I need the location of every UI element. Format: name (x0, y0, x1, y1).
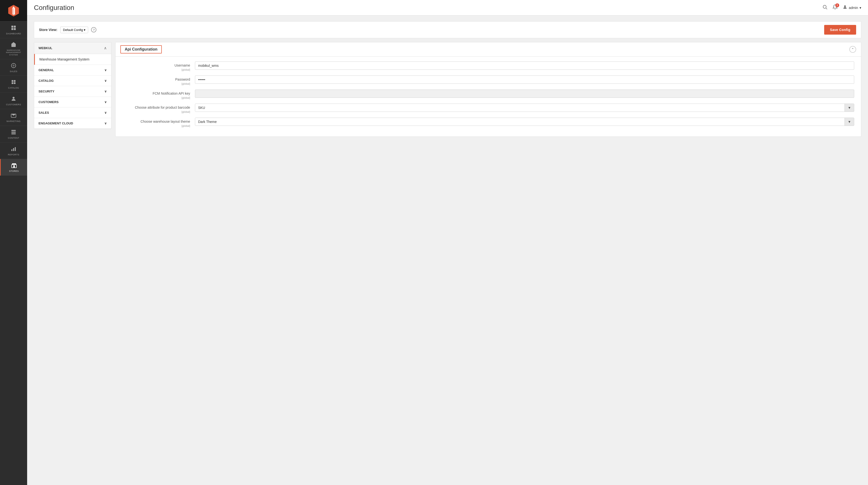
section-general[interactable]: GENERAL ∨ (34, 65, 111, 75)
sidebar-item-dashboard[interactable]: DASHBOARD (0, 22, 27, 38)
fcm-input-col (195, 90, 854, 98)
admin-icon (843, 5, 847, 11)
svg-rect-17 (11, 133, 16, 134)
theme-input-col: Dark Theme Light Theme ▼ (195, 118, 854, 126)
password-input[interactable] (195, 75, 854, 84)
fcm-sublabel: [global] (182, 96, 190, 99)
section-security-chevron: ∨ (104, 90, 107, 93)
section-sales[interactable]: SALES ∨ (34, 107, 111, 118)
store-view-label: Store View: (39, 28, 57, 32)
form-section: Username [global] Password [global] (116, 57, 861, 136)
svg-rect-12 (14, 82, 16, 84)
svg-point-13 (12, 97, 14, 99)
username-label-col: Username [global] (122, 62, 195, 72)
sidebar-item-marketing[interactable]: MARKETING (0, 109, 27, 126)
theme-label: Choose warehouse layout theme (122, 120, 190, 123)
sidebar-stores-label: STORES (9, 170, 19, 172)
barcode-select[interactable]: SKU Barcode EAN (195, 104, 844, 111)
sidebar-logo (0, 0, 27, 22)
theme-select[interactable]: Dark Theme Light Theme (195, 118, 844, 126)
api-config-header: Api Configuration ⌃ (116, 42, 861, 57)
sidebar-item-warehouse[interactable]: WAREHOUSE MANAGEMENT SYSTEM (0, 38, 27, 59)
username-sublabel: [global] (182, 68, 190, 71)
svg-rect-15 (11, 130, 16, 131)
sidebar-dashboard-label: DASHBOARD (6, 32, 21, 35)
webkul-title: WEBKUL (38, 46, 52, 50)
sidebar-item-content[interactable]: CONTENT (0, 126, 27, 142)
section-security[interactable]: SECURITY ∨ (34, 86, 111, 97)
store-view-bar: Store View: Default Config ▾ ? Save Conf… (34, 21, 861, 38)
svg-point-23 (823, 5, 826, 8)
username-input-col (195, 62, 854, 70)
theme-label-col: Choose warehouse layout theme [global] (122, 118, 195, 128)
svg-rect-19 (13, 148, 14, 151)
barcode-label-col: Choose attribute for product barcode [gl… (122, 104, 195, 114)
left-panel: WEBKUL ∧ Warehouse Management System GEN… (34, 42, 112, 129)
password-label: Password (122, 77, 190, 81)
sidebar-item-catalog[interactable]: CATALOG (0, 76, 27, 92)
section-engagement[interactable]: ENGAGEMENT CLOUD ∨ (34, 118, 111, 129)
fcm-label-col: FCM Notification API key [global] (122, 90, 195, 100)
sales-icon (10, 62, 17, 69)
webkul-header[interactable]: WEBKUL ∧ (34, 42, 111, 54)
svg-rect-7 (14, 28, 16, 30)
dashboard-icon (10, 25, 17, 31)
username-label: Username (122, 63, 190, 67)
store-view-value: Default Config (63, 28, 83, 32)
marketing-icon (10, 112, 17, 119)
save-config-button[interactable]: Save Config (824, 25, 856, 35)
sidebar-customers-label: CUSTOMERS (6, 103, 21, 106)
content-area: Store View: Default Config ▾ ? Save Conf… (27, 15, 868, 485)
svg-line-24 (826, 8, 827, 9)
barcode-row: Choose attribute for product barcode [gl… (122, 104, 854, 114)
section-general-label: GENERAL (38, 68, 54, 72)
search-button[interactable] (822, 4, 828, 11)
admin-menu-button[interactable]: admin ▾ (843, 5, 861, 11)
topbar: Configuration 1 admin ▾ (27, 0, 868, 15)
wms-item[interactable]: Warehouse Management System (34, 54, 111, 65)
sidebar-item-stores[interactable]: STORES (0, 159, 27, 176)
section-sales-chevron: ∨ (104, 111, 107, 115)
magento-logo-icon (7, 4, 20, 17)
help-icon[interactable]: ? (91, 27, 96, 32)
sidebar-item-customers[interactable]: CUSTOMERS (0, 92, 27, 109)
collapse-button[interactable]: ⌃ (849, 46, 856, 53)
svg-rect-16 (11, 132, 16, 133)
page-title: Configuration (34, 4, 74, 11)
section-customers-label: CUSTOMERS (38, 100, 59, 104)
svg-rect-6 (11, 28, 13, 30)
sidebar-sales-label: SALES (10, 70, 18, 73)
store-view-left: Store View: Default Config ▾ ? (39, 27, 96, 33)
section-customers[interactable]: CUSTOMERS ∨ (34, 97, 111, 107)
barcode-select-wrap: SKU Barcode EAN ▼ (195, 104, 854, 112)
config-layout: WEBKUL ∧ Warehouse Management System GEN… (34, 42, 861, 137)
section-engagement-chevron: ∨ (104, 122, 107, 125)
password-input-col (195, 75, 854, 84)
customers-icon (10, 95, 17, 102)
username-row: Username [global] (122, 62, 854, 72)
sidebar-item-reports[interactable]: REPORTS (0, 142, 27, 159)
section-engagement-label: ENGAGEMENT CLOUD (38, 122, 73, 125)
section-sales-label: SALES (38, 111, 49, 115)
store-view-select[interactable]: Default Config ▾ (60, 27, 88, 33)
sidebar-warehouse-label: WAREHOUSE MANAGEMENT SYSTEM (1, 49, 26, 56)
svg-rect-22 (13, 165, 15, 168)
svg-rect-10 (14, 80, 16, 82)
theme-select-arrow: ▼ (844, 118, 854, 126)
sidebar-item-sales[interactable]: SALES (0, 59, 27, 76)
theme-row: Choose warehouse layout theme [global] D… (122, 118, 854, 128)
admin-dropdown-arrow: ▾ (860, 6, 861, 10)
admin-label: admin (849, 6, 858, 10)
fcm-label: FCM Notification API key (122, 92, 190, 95)
password-row: Password [global] (122, 75, 854, 86)
section-security-label: SECURITY (38, 90, 55, 93)
section-catalog[interactable]: CATALOG ∨ (34, 75, 111, 86)
barcode-sublabel: [global] (182, 110, 190, 113)
username-input[interactable] (195, 62, 854, 70)
store-view-chevron-icon: ▾ (84, 28, 86, 32)
svg-rect-4 (11, 26, 13, 28)
sidebar-catalog-label: CATALOG (8, 87, 19, 89)
notification-button[interactable]: 1 (832, 4, 838, 11)
notification-badge: 1 (835, 3, 839, 7)
fcm-input[interactable] (195, 90, 854, 98)
